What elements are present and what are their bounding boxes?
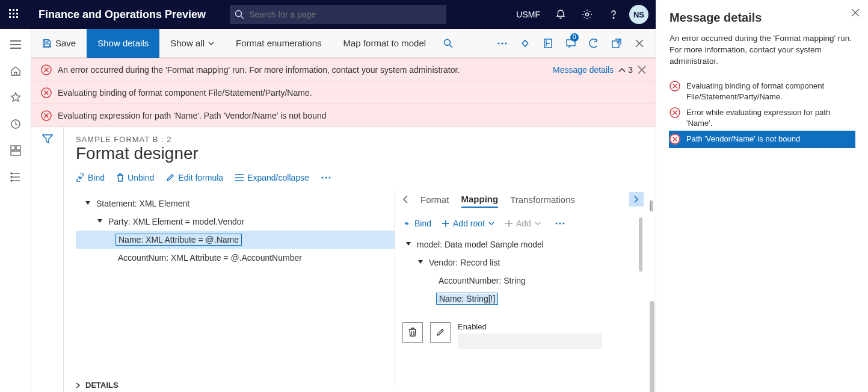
close-page-icon[interactable] xyxy=(628,32,651,55)
legal-entity[interactable]: USMF xyxy=(509,10,547,19)
svg-rect-0 xyxy=(9,9,11,11)
search-input[interactable] xyxy=(230,5,446,24)
star-icon[interactable] xyxy=(0,84,31,111)
pencil-icon xyxy=(436,328,445,337)
recent-icon[interactable] xyxy=(0,111,31,137)
pencil-icon xyxy=(166,173,174,182)
message-details-link[interactable]: Message details xyxy=(553,65,614,75)
tree-node[interactable]: Statement: XML Element xyxy=(76,194,395,213)
right-overflow[interactable] xyxy=(555,222,565,225)
search-field[interactable] xyxy=(249,10,442,19)
hamburger-icon[interactable] xyxy=(0,31,31,58)
trash-icon xyxy=(117,173,124,182)
close-icon[interactable] xyxy=(851,8,860,17)
tab-format[interactable]: Format xyxy=(420,192,449,207)
error-icon xyxy=(41,87,52,98)
find-button[interactable] xyxy=(437,32,460,55)
detail-item[interactable]: Error while evaluating expression for pa… xyxy=(669,105,855,131)
svg-point-53 xyxy=(325,177,327,179)
avatar[interactable]: NS xyxy=(629,5,648,24)
error-icon xyxy=(669,107,680,118)
tab-mapping[interactable]: Mapping xyxy=(461,191,499,208)
page-title: Format designer xyxy=(76,144,644,163)
popout-icon[interactable] xyxy=(605,32,628,55)
show-details-button[interactable]: Show details xyxy=(87,29,159,58)
msgpane-title: Message details xyxy=(669,11,855,25)
model-tree: model: Data model Sample model Vendor: R… xyxy=(402,235,644,308)
main-scrollbar[interactable] xyxy=(650,301,654,392)
detail-item[interactable]: Evaluating binding of format component F… xyxy=(669,78,855,105)
chevron-down-icon xyxy=(535,222,541,225)
svg-point-32 xyxy=(505,42,506,44)
message-count[interactable]: 3 xyxy=(618,65,633,75)
message-count-icon[interactable]: 0 xyxy=(559,32,582,55)
tree-node-selected[interactable]: Name: XML Attribute = @.Name xyxy=(76,231,395,249)
message-text: Evaluating expression for path 'Name'. P… xyxy=(58,111,327,120)
tree-node[interactable]: AccountNumber: String xyxy=(402,272,644,290)
bind-button[interactable]: Bind xyxy=(76,173,105,182)
details-expander[interactable]: DETAILS xyxy=(76,381,119,390)
breadcrumb: SAMPLE FORMAT B : 2 xyxy=(76,135,644,144)
edit-formula-button[interactable]: Edit formula xyxy=(166,173,223,182)
designer-panel: SAMPLE FORMAT B : 2 Format designer Bind… xyxy=(64,126,656,392)
svg-point-12 xyxy=(613,17,614,19)
detail-text: Path 'Vendor/Name' is not bound xyxy=(686,134,800,145)
svg-rect-6 xyxy=(9,16,11,18)
filter-column xyxy=(31,126,64,392)
left-rail xyxy=(0,29,31,392)
message-count-value: 3 xyxy=(628,65,633,75)
expand-collapse-button[interactable]: Expand/collapse xyxy=(235,173,309,182)
svg-point-23 xyxy=(11,173,12,174)
filter-icon[interactable] xyxy=(42,134,53,145)
svg-point-31 xyxy=(501,42,503,44)
unbind-button[interactable]: Unbind xyxy=(117,173,154,182)
svg-point-60 xyxy=(559,223,561,225)
refresh-icon[interactable] xyxy=(582,32,605,55)
waffle-icon[interactable] xyxy=(0,0,29,29)
tree-node[interactable]: AccountNum: XML Attribute = @.AccountNum… xyxy=(76,249,395,267)
chevron-down-icon xyxy=(488,222,494,225)
gear-icon[interactable] xyxy=(574,0,600,29)
edit-button[interactable] xyxy=(430,322,451,343)
tree-node[interactable]: Vendor: Record list xyxy=(402,254,644,272)
scrollbar[interactable] xyxy=(639,217,642,272)
show-details-label: Show details xyxy=(97,38,149,48)
dismiss-messages-icon[interactable] xyxy=(638,66,646,74)
tree-node-selected[interactable]: Name: String[!] xyxy=(402,290,644,308)
format-enum-label: Format enumerations xyxy=(236,38,322,48)
tree-node[interactable]: model: Data model Sample model xyxy=(402,235,644,254)
help-icon[interactable] xyxy=(600,0,627,29)
workspace-icon[interactable] xyxy=(0,137,31,164)
map-format-button[interactable]: Map format to model xyxy=(333,29,437,58)
svg-point-9 xyxy=(236,11,242,17)
enabled-field[interactable] xyxy=(458,334,602,349)
right-bind-button[interactable]: Bind xyxy=(402,219,431,228)
show-all-button[interactable]: Show all xyxy=(159,29,225,58)
overflow-icon[interactable] xyxy=(491,32,514,55)
office-icon[interactable] xyxy=(537,32,559,55)
svg-rect-7 xyxy=(13,16,14,18)
format-enumerations-button[interactable]: Format enumerations xyxy=(225,29,333,58)
add-root-button[interactable]: Add root xyxy=(442,219,494,228)
svg-point-30 xyxy=(497,42,499,44)
toolbar-overflow[interactable] xyxy=(321,176,331,179)
trash-icon xyxy=(408,328,417,337)
modules-icon[interactable] xyxy=(0,164,31,190)
detail-item-selected[interactable]: Path 'Vendor/Name' is not bound xyxy=(669,131,855,147)
tab-transformations[interactable]: Transformations xyxy=(510,192,575,207)
tab-scroll-right[interactable] xyxy=(629,192,644,207)
show-all-label: Show all xyxy=(170,38,205,48)
message-details-pane: Message details An error occurred during… xyxy=(656,0,868,392)
save-button[interactable]: Save xyxy=(31,29,87,58)
delete-button[interactable] xyxy=(402,322,423,343)
top-bar: Finance and Operations Preview USMF NS xyxy=(0,0,656,29)
home-icon[interactable] xyxy=(0,58,31,84)
svg-point-54 xyxy=(328,177,330,179)
plus-icon xyxy=(442,220,449,227)
attach-icon[interactable] xyxy=(514,32,537,55)
plus-icon xyxy=(505,220,512,227)
message-text: Evaluating binding of format component F… xyxy=(58,88,312,98)
bell-icon[interactable] xyxy=(547,0,574,29)
chevron-left-icon[interactable] xyxy=(402,195,408,204)
tree-node[interactable]: Party: XML Element = model.Vendor xyxy=(76,213,395,231)
